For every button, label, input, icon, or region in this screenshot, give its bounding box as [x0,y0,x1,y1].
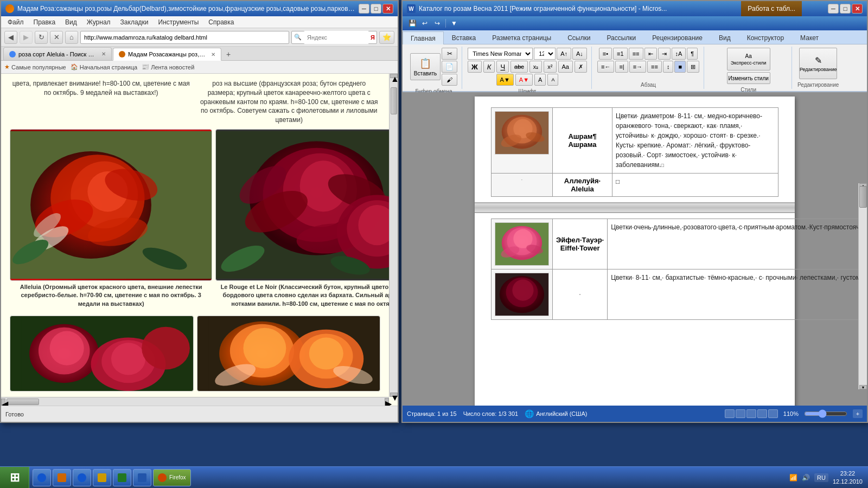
view-web[interactable] [746,409,756,418]
clear-format-button[interactable]: ✗ [575,61,587,73]
tab-review[interactable]: Рецензирование [644,31,711,44]
zoom-slider[interactable] [804,409,847,418]
word-scroll-thumb[interactable] [859,186,867,208]
tab-close-google[interactable]: ✕ [101,51,106,57]
start-button[interactable]: ⊞ [0,467,29,489]
stop-button[interactable]: ✕ [50,31,63,44]
menu-file[interactable]: Файл [3,17,28,27]
zoom-in-button[interactable]: + [853,409,863,418]
paste-button[interactable]: 📋 Вставить [410,53,441,80]
reload-button[interactable]: ↻ [35,31,48,44]
fontcolor-button[interactable]: A▼ [515,74,533,86]
editing-button[interactable]: ✎ Редактирование [799,48,837,79]
bullets-button[interactable]: ≡• [599,48,612,60]
underline-button[interactable]: Ч [496,61,509,73]
sort-button[interactable]: ↕A [672,48,686,60]
borders-button[interactable]: ⊞ [687,61,699,73]
shrink-font-button[interactable]: A↓ [572,48,587,60]
scroll-left-btn[interactable]: ◀ [1,399,5,406]
italic-button[interactable]: К [483,61,495,73]
subscript-button[interactable]: x₂ [529,61,542,73]
taskbar-word[interactable] [133,469,151,486]
linespacing-button[interactable]: ↕ [663,61,674,73]
grow-font-button[interactable]: A↑ [557,48,571,60]
lang-button[interactable]: RU [814,473,828,482]
menu-tools[interactable]: Инструменты [154,17,203,27]
numbering-button[interactable]: ≡1 [613,48,628,60]
word-close-button[interactable]: ✕ [852,4,863,14]
font-name-select[interactable]: Times New Roman [468,48,533,60]
word-vscrollbar[interactable]: ▲ ▼ [858,183,867,389]
scroll-thumb[interactable] [391,87,397,114]
view-fullscreen[interactable] [736,409,745,418]
formatpainter-button[interactable]: 🖌 [442,74,457,86]
hscroll-thumb[interactable] [7,399,39,405]
bold-button[interactable]: Ж [468,61,482,73]
qat-redo[interactable]: ↪ [432,18,443,29]
qat-save[interactable]: 💾 [407,18,418,29]
tab-google[interactable]: роза сорт Aleluia - Поиск в Google ✕ [3,47,112,60]
qat-customize[interactable]: ▼ [449,18,459,29]
word-minimize-button[interactable]: ─ [828,4,839,14]
taskbar-iebig[interactable] [73,469,91,486]
quickstyles-button[interactable]: Aa Экспресс-стили [727,48,770,70]
menu-help[interactable]: Справка [204,17,238,27]
fontshrink-button[interactable]: A [547,74,558,86]
case-button[interactable]: Aa [558,61,573,73]
browser-vscrollbar[interactable]: ▲ ▼ [389,74,398,397]
align-justify-button[interactable]: ≡≡ [647,61,662,73]
view-draft[interactable] [768,409,778,418]
indent-more-button[interactable]: ⇥ [658,48,671,60]
copy-button[interactable]: 📄 [442,61,457,73]
menu-history[interactable]: Журнал [82,17,115,27]
highlight-button[interactable]: A▼ [496,74,514,86]
taskbar-mediaplayer[interactable] [53,469,71,486]
qat-undo[interactable]: ↩ [419,18,430,29]
word-maximize-button[interactable]: □ [840,4,851,14]
scroll-up-btn[interactable]: ▲ [390,74,398,78]
search-input[interactable] [304,31,369,44]
bookmark-button[interactable]: ⭐ [379,31,394,44]
tab-view[interactable]: Вид [711,31,739,44]
address-input[interactable] [80,31,289,44]
fav-home[interactable]: 🏠 Начальная страница [71,63,137,70]
scroll-right-btn[interactable]: ▶ [385,398,389,406]
fav-popular[interactable]: ★ Самые популярные [4,63,66,70]
tab-madamroza[interactable]: Мадам Розасажанцы роз,розы ... ✕ [113,48,221,61]
menu-edit[interactable]: Правка [29,17,60,27]
align-left-button[interactable]: ≡← [597,61,614,73]
new-tab-button[interactable]: + [222,48,234,60]
forward-button[interactable]: ▶ [20,31,33,44]
indent-less-button[interactable]: ⇤ [644,48,657,60]
menu-view[interactable]: Вид [61,17,81,27]
align-right-button[interactable]: ≡→ [629,61,646,73]
word-scroll-down[interactable]: ▼ [859,385,867,389]
show-marks-button[interactable]: ¶ [687,48,698,60]
menu-bookmarks[interactable]: Закладки [116,17,153,27]
home-button[interactable]: ⌂ [65,31,78,44]
cut-button[interactable]: ✂ [442,48,457,60]
scroll-down-btn[interactable]: ▼ [390,393,398,397]
taskbar-firefox[interactable]: Firefox [153,469,191,486]
superscript-button[interactable]: x² [544,61,556,73]
font-size-select[interactable]: 12 [534,48,556,60]
taskbar-ie[interactable] [33,469,51,486]
fontbig-button[interactable]: A [534,74,546,86]
strikethrough-button[interactable]: abc [510,61,528,73]
changestyles-button[interactable]: Изменить стили [727,72,770,84]
maximize-button[interactable]: □ [371,4,381,14]
tab-pagelayout[interactable]: Разметка страницы [484,31,559,44]
taskbar-excel[interactable] [113,469,131,486]
tab-insert[interactable]: Вставка [444,31,484,44]
multilevel-button[interactable]: ≡≡ [629,48,643,60]
close-button[interactable]: ✕ [382,4,393,14]
tab-design[interactable]: Конструктор [739,31,792,44]
taskbar-folder[interactable] [93,469,111,486]
align-center-button[interactable]: ≡| [615,61,628,73]
fav-news[interactable]: 📰 Лента новостей [142,63,194,70]
tab-mailings[interactable]: Рассылки [598,31,644,44]
browser-hscrollbar[interactable]: ◀ ▶ [1,397,389,406]
tab-close-madamroza[interactable]: ✕ [211,52,215,57]
tab-layout[interactable]: Макет [792,31,827,44]
view-print[interactable] [725,409,735,418]
